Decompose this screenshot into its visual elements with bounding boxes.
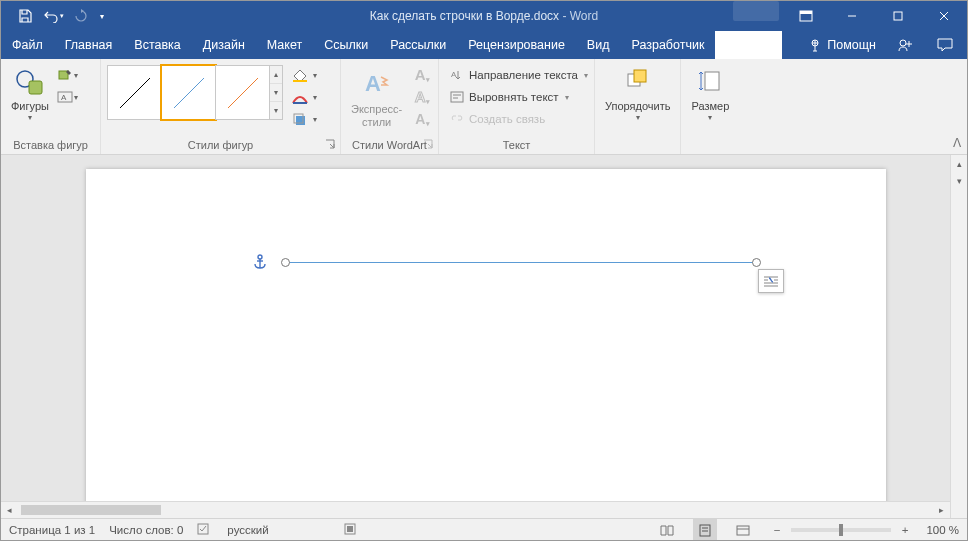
document-canvas[interactable]: ▴ ▾ ◂ ▸ [1, 155, 967, 518]
group-insert-shapes-label: Вставка фигур [7, 136, 94, 154]
create-link-button: Создать связь [449, 109, 588, 129]
zoom-level[interactable]: 100 % [919, 524, 959, 536]
horizontal-scrollbar[interactable]: ◂ ▸ [1, 501, 950, 518]
status-language[interactable]: русский [227, 524, 268, 536]
shape-outline-button[interactable]: ▾ [289, 87, 317, 107]
maximize-button[interactable] [875, 1, 921, 31]
svg-rect-33 [705, 72, 719, 90]
vertical-scrollbar[interactable]: ▴ ▾ [950, 155, 967, 518]
scroll-up-button[interactable]: ▴ [951, 155, 967, 172]
view-read-mode-button[interactable] [655, 519, 679, 541]
svg-point-11 [900, 40, 906, 46]
comments-button[interactable] [927, 31, 967, 59]
svg-line-21 [228, 78, 258, 108]
align-text-icon [449, 89, 465, 105]
tab-mailings[interactable]: Рассылки [379, 31, 457, 59]
size-button[interactable]: Размер ▾ [687, 62, 733, 122]
minimize-button[interactable] [829, 1, 875, 31]
tell-me-button[interactable]: Помощн [798, 31, 887, 59]
group-shape-styles-label: Стили фигур [107, 136, 334, 154]
style-preset-3[interactable] [215, 65, 270, 120]
close-button[interactable] [921, 1, 967, 31]
window-title: Как сделать строчки в Ворде.docx - Word [370, 9, 598, 23]
size-icon [697, 65, 723, 97]
group-wordart-label: Стили WordArt [347, 136, 432, 154]
text-direction-button[interactable]: A Направление текста▾ [449, 65, 588, 85]
status-word-count[interactable]: Число слов: 0 [109, 524, 183, 536]
account-badge[interactable] [733, 1, 779, 21]
wordart-icon: A [363, 68, 391, 100]
tab-design[interactable]: Дизайн [192, 31, 256, 59]
scroll-left-button[interactable]: ◂ [1, 502, 18, 518]
svg-line-19 [120, 78, 150, 108]
shapes-button[interactable]: Фигуры ▾ [7, 62, 53, 122]
view-print-layout-button[interactable] [693, 519, 717, 541]
svg-rect-3 [894, 12, 902, 20]
tab-file[interactable]: Файл [1, 31, 54, 59]
shape-effects-button[interactable]: ▾ [289, 109, 317, 129]
shape-fill-button[interactable]: ▾ [289, 65, 317, 85]
status-spellcheck-icon[interactable] [197, 522, 213, 538]
selected-line-shape[interactable] [286, 262, 756, 263]
svg-rect-28 [451, 92, 463, 102]
svg-rect-24 [296, 116, 305, 125]
text-outline-button[interactable]: A▾ [409, 87, 431, 106]
resize-handle-right[interactable] [752, 258, 761, 267]
collapse-ribbon-button[interactable]: ᐱ [953, 136, 961, 150]
redo-button[interactable] [67, 1, 95, 31]
text-fill-button[interactable]: A▾ [409, 65, 431, 84]
share-button[interactable] [887, 31, 927, 59]
style-preset-1[interactable] [107, 65, 162, 120]
view-web-layout-button[interactable] [731, 519, 755, 541]
tab-references[interactable]: Ссылки [313, 31, 379, 59]
ribbon-display-button[interactable] [783, 1, 829, 31]
status-page[interactable]: Страница 1 из 1 [9, 524, 95, 536]
scroll-right-button[interactable]: ▸ [933, 502, 950, 518]
edit-shape-button[interactable]: ▾ [57, 65, 79, 85]
svg-point-34 [258, 255, 262, 259]
svg-text:A: A [365, 71, 381, 96]
arrange-icon [624, 65, 652, 97]
tab-format[interactable]: Формат [715, 31, 781, 59]
svg-rect-23 [293, 102, 307, 104]
zoom-thumb[interactable] [839, 524, 843, 536]
tab-insert[interactable]: Вставка [123, 31, 191, 59]
svg-rect-43 [737, 526, 749, 535]
gallery-more-button[interactable]: ▾ [270, 102, 282, 119]
shapes-icon [14, 65, 46, 97]
tab-layout[interactable]: Макет [256, 31, 313, 59]
svg-rect-15 [29, 81, 42, 94]
svg-line-20 [174, 78, 204, 108]
status-macro-icon[interactable] [343, 522, 357, 538]
save-button[interactable] [11, 1, 39, 31]
zoom-out-button[interactable]: − [769, 524, 785, 536]
zoom-in-button[interactable]: + [897, 524, 913, 536]
tab-review[interactable]: Рецензирование [457, 31, 576, 59]
wordart-styles-launcher[interactable] [421, 137, 435, 151]
tab-view[interactable]: Вид [576, 31, 621, 59]
tab-developer[interactable]: Разработчик [620, 31, 715, 59]
tab-home[interactable]: Главная [54, 31, 124, 59]
shape-style-gallery[interactable]: ▴ ▾ ▾ [107, 65, 283, 120]
shape-styles-launcher[interactable] [323, 137, 337, 151]
gallery-down-button[interactable]: ▾ [270, 84, 282, 102]
page[interactable] [86, 169, 886, 518]
style-preset-2[interactable] [161, 65, 216, 120]
zoom-slider[interactable] [791, 528, 891, 532]
svg-rect-32 [634, 70, 646, 82]
gallery-up-button[interactable]: ▴ [270, 66, 282, 84]
qat-customize-button[interactable]: ▾ [95, 1, 109, 31]
resize-handle-left[interactable] [281, 258, 290, 267]
svg-rect-22 [293, 80, 307, 82]
svg-rect-1 [800, 11, 812, 14]
text-box-button[interactable]: A▾ [57, 87, 79, 107]
hscroll-thumb[interactable] [21, 505, 161, 515]
text-effects-button[interactable]: A▾ [409, 109, 431, 128]
align-text-button[interactable]: Выровнять текст▾ [449, 87, 588, 107]
text-direction-icon: A [449, 67, 465, 83]
arrange-button[interactable]: Упорядочить ▾ [601, 62, 674, 122]
undo-button[interactable]: ▾ [39, 1, 67, 31]
wordart-quickstyles-button[interactable]: A Экспресс- стили [347, 65, 406, 129]
layout-options-button[interactable] [758, 269, 784, 293]
scroll-down-button[interactable]: ▾ [951, 172, 967, 189]
